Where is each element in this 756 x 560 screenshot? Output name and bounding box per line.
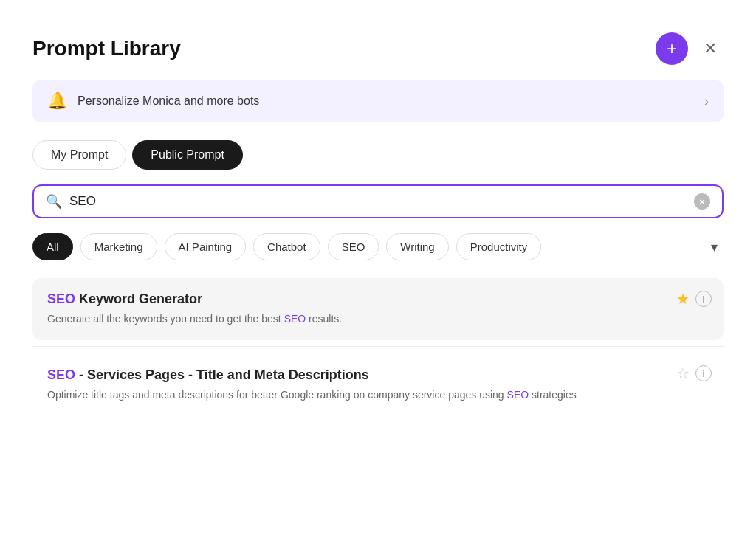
star-empty-icon-2[interactable]: ☆ (676, 364, 690, 382)
add-button[interactable]: + (656, 32, 688, 65)
result-desc-2: Optimize title tags and meta description… (47, 387, 709, 403)
page-title: Prompt Library (32, 37, 181, 61)
tab-public-prompt[interactable]: Public Prompt (132, 140, 243, 170)
header-actions: + ✕ (656, 32, 724, 65)
filter-dropdown-icon[interactable]: ▾ (705, 235, 724, 260)
result-title-suffix-2: - Services Pages - Title and Meta Descri… (75, 367, 369, 382)
tab-my-prompt[interactable]: My Prompt (32, 140, 126, 170)
filter-chip-all[interactable]: All (32, 233, 73, 260)
result-title-highlight-2: SEO (47, 367, 75, 382)
result-desc-text-1b: results. (306, 313, 342, 325)
personalize-banner[interactable]: 🔔 Personalize Monica and more bots › (32, 80, 724, 122)
filter-row: All Marketing AI Painting Chatbot SEO Wr… (32, 233, 724, 260)
result-divider (32, 346, 724, 347)
result-desc-text-1a: Generate all the keywords you need to ge… (47, 313, 284, 325)
result-desc-text-2a: Optimize title tags and meta description… (47, 389, 507, 401)
filter-chip-seo[interactable]: SEO (328, 233, 379, 260)
result-actions-1: ★ i (676, 290, 712, 308)
result-desc-highlight-2: SEO (507, 389, 529, 401)
clear-search-button[interactable]: × (694, 193, 710, 210)
filter-chip-productivity[interactable]: Productivity (456, 233, 542, 260)
info-button-2[interactable]: i (695, 365, 712, 381)
close-button[interactable]: ✕ (697, 35, 724, 62)
personalize-left: 🔔 Personalize Monica and more bots (47, 91, 259, 111)
result-title-1: SEO Keyword Generator (47, 291, 709, 307)
result-desc-text-2b: strategies (529, 389, 577, 401)
search-input[interactable] (69, 194, 687, 209)
result-title-2: SEO - Services Pages - Title and Meta De… (47, 367, 709, 383)
chevron-right-icon: › (704, 94, 709, 109)
personalize-text: Personalize Monica and more bots (78, 94, 259, 108)
result-card-1: SEO Keyword Generator Generate all the k… (32, 278, 724, 340)
search-icon: 🔍 (46, 193, 62, 210)
result-desc-1: Generate all the keywords you need to ge… (47, 311, 709, 327)
star-filled-icon-1[interactable]: ★ (676, 290, 690, 308)
filter-chip-chatbot[interactable]: Chatbot (253, 233, 320, 260)
filter-chip-writing[interactable]: Writing (386, 233, 448, 260)
tabs: My Prompt Public Prompt (32, 140, 724, 170)
prompt-library-panel: Prompt Library + ✕ 🔔 Personalize Monica … (15, 15, 741, 416)
header: Prompt Library + ✕ (32, 32, 724, 65)
bell-icon: 🔔 (47, 91, 67, 111)
result-desc-highlight-1: SEO (284, 313, 306, 325)
results-list: SEO Keyword Generator Generate all the k… (32, 278, 724, 416)
result-card-2: SEO - Services Pages - Title and Meta De… (32, 353, 724, 416)
result-title-suffix-1: Keyword Generator (75, 291, 202, 306)
filter-chip-ai-painting[interactable]: AI Painting (165, 233, 247, 260)
search-bar: 🔍 × (32, 184, 724, 218)
info-button-1[interactable]: i (695, 291, 712, 307)
result-title-highlight-1: SEO (47, 291, 75, 306)
result-actions-2: ☆ i (676, 364, 712, 382)
filter-chip-marketing[interactable]: Marketing (80, 233, 157, 260)
